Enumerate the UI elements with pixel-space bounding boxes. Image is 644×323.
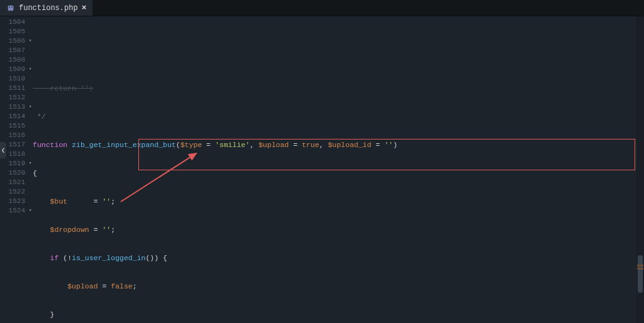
comment: */ (33, 112, 46, 121)
code-area[interactable]: return ''; */ function zib_get_input_exp… (33, 16, 644, 323)
scrollbar-thumb[interactable] (638, 255, 643, 293)
tab-bar: functions.php × (0, 0, 644, 16)
tab-filename: functions.php (19, 4, 78, 13)
svg-point-1 (11, 6, 13, 8)
vertical-scrollbar[interactable] (636, 16, 644, 323)
line-number-gutter: 1504150515061507150815091510151115121513… (0, 16, 33, 323)
svg-line-2 (121, 153, 196, 202)
close-icon[interactable]: × (82, 3, 87, 13)
php-elephant-icon (6, 4, 15, 13)
file-tab[interactable]: functions.php × (0, 0, 92, 16)
panel-expand-handle[interactable]: ❮ (0, 142, 6, 158)
svg-point-0 (9, 6, 10, 8)
code-editor: ❮ 15041505150615071508150915101511151215… (0, 16, 644, 323)
